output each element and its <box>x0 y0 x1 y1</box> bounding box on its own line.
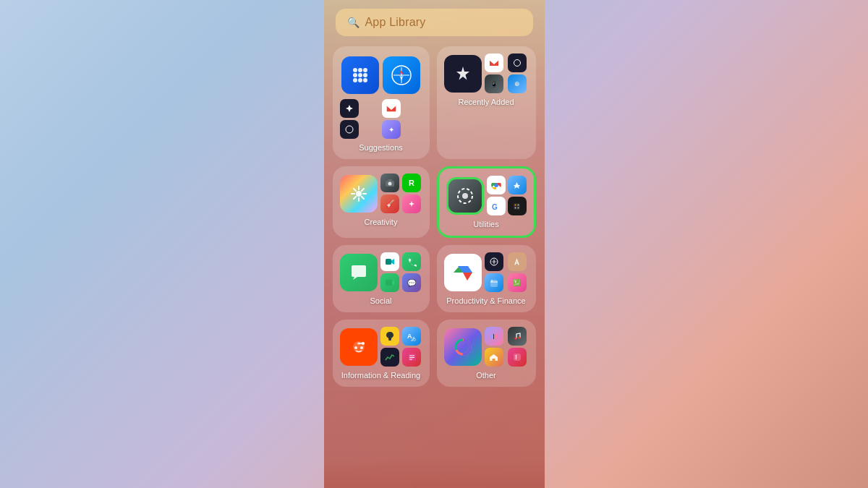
app-launchpad[interactable] <box>341 56 379 94</box>
svg-rect-38 <box>386 259 391 265</box>
svg-point-36 <box>515 207 516 208</box>
category-other[interactable]: ! Other <box>437 320 536 387</box>
svg-point-14 <box>346 126 353 133</box>
svg-text:!: ! <box>515 354 517 361</box>
app-anthropic[interactable] <box>508 252 527 271</box>
bottom-fade <box>324 459 545 488</box>
svg-point-37 <box>518 207 519 208</box>
app-openai[interactable] <box>485 252 503 271</box>
app-ai-pink[interactable] <box>402 194 421 213</box>
app-bulb[interactable] <box>380 327 399 346</box>
svg-point-8 <box>363 78 367 82</box>
app-guitar[interactable]: 🎸 <box>380 194 399 213</box>
svg-point-44 <box>360 346 363 349</box>
app-extra[interactable]: ✦ <box>382 120 401 139</box>
category-recently-added[interactable]: 📱 ⊕ Recently Added <box>437 46 536 159</box>
suggestions-label: Suggestions <box>340 143 422 152</box>
recently-added-label: Recently Added <box>444 98 529 106</box>
suggestions-apps <box>340 53 422 97</box>
app-meet[interactable] <box>380 252 399 271</box>
app-phone[interactable] <box>402 252 421 271</box>
svg-point-60 <box>518 337 520 339</box>
utilities-label: Utilities <box>446 220 527 228</box>
app-calculator[interactable] <box>508 197 527 215</box>
app-ai-large[interactable] <box>444 55 482 93</box>
phone-screen: 🔍 App Library <box>324 0 545 488</box>
category-utilities[interactable]: G Utilities <box>437 166 536 238</box>
app-safari[interactable] <box>383 56 420 94</box>
category-suggestions[interactable]: ✦ Suggestions <box>333 46 430 159</box>
app-camera[interactable] <box>380 174 399 192</box>
svg-point-35 <box>518 204 519 205</box>
information-apps: A あ <box>340 327 422 367</box>
svg-point-43 <box>354 346 357 349</box>
app-gpt[interactable] <box>340 120 359 139</box>
svg-point-47 <box>357 342 360 344</box>
other-apps: ! <box>444 327 529 367</box>
svg-point-7 <box>358 78 362 82</box>
app-gdrive[interactable] <box>444 254 482 291</box>
svg-rect-48 <box>388 339 391 341</box>
svg-point-6 <box>353 78 357 82</box>
app-home[interactable] <box>485 348 503 367</box>
categories-grid: ✦ Suggestions <box>324 42 545 391</box>
search-bar-container: 🔍 App Library <box>324 0 545 42</box>
app-settings[interactable] <box>446 177 484 215</box>
app-appstore[interactable] <box>508 176 527 194</box>
app-notif[interactable]: ! <box>508 348 527 367</box>
creativity-label: Creativity <box>340 218 422 226</box>
app-rec4[interactable]: ⊕ <box>508 74 527 93</box>
category-creativity[interactable]: R 🎸 Creativity <box>333 166 430 238</box>
app-gmail-r[interactable] <box>485 53 503 72</box>
app-messages[interactable] <box>340 254 378 291</box>
svg-line-24 <box>354 197 356 199</box>
app-butterfly[interactable] <box>485 327 503 346</box>
svg-point-0 <box>353 68 357 72</box>
app-ai[interactable] <box>340 99 359 118</box>
app-gmail[interactable] <box>382 99 401 118</box>
utilities-apps: G <box>446 176 527 215</box>
category-productivity[interactable]: 💹 Productivity & Finance <box>437 245 536 312</box>
social-mini: 💬 <box>380 252 422 292</box>
utilities-mini: G <box>487 176 527 215</box>
app-robinhood[interactable]: R <box>402 174 421 192</box>
search-placeholder: App Library <box>365 16 426 29</box>
svg-rect-33 <box>514 203 520 210</box>
svg-text:G: G <box>492 203 498 211</box>
app-music[interactable] <box>508 327 527 346</box>
social-apps: 💬 <box>340 252 422 292</box>
svg-rect-27 <box>388 179 392 181</box>
app-translate[interactable]: A あ <box>402 327 421 346</box>
app-social4[interactable]: 💬 <box>402 273 421 292</box>
svg-point-1 <box>358 68 362 72</box>
app-reddit[interactable] <box>340 328 378 366</box>
app-news[interactable] <box>402 348 421 367</box>
svg-point-59 <box>514 338 516 340</box>
app-stocks[interactable] <box>380 348 399 367</box>
svg-point-2 <box>363 68 367 72</box>
productivity-label: Productivity & Finance <box>444 296 529 305</box>
information-label: Information & Reading <box>340 371 422 380</box>
app-prod4[interactable]: 💹 <box>508 273 527 292</box>
information-mini: A あ <box>380 327 422 367</box>
svg-point-3 <box>353 73 357 77</box>
suggestions-mini-apps: ✦ <box>340 99 422 139</box>
app-google[interactable]: G <box>487 197 506 215</box>
app-rec3[interactable]: 📱 <box>485 74 503 93</box>
app-fitness[interactable] <box>444 328 482 366</box>
search-bar[interactable]: 🔍 App Library <box>336 9 533 36</box>
svg-point-16 <box>356 191 362 197</box>
svg-point-15 <box>514 60 520 67</box>
app-chatgpt-r[interactable] <box>508 53 527 72</box>
category-social[interactable]: 💬 Social <box>333 245 430 312</box>
app-facetime[interactable] <box>380 273 399 292</box>
category-information[interactable]: A あ <box>333 320 430 387</box>
app-chrome[interactable] <box>487 176 506 194</box>
app-files[interactable] <box>485 273 503 292</box>
svg-point-4 <box>358 73 362 77</box>
recently-apps: 📱 ⊕ <box>444 53 529 93</box>
productivity-apps: 💹 <box>444 252 529 292</box>
svg-point-34 <box>515 204 516 205</box>
svg-line-23 <box>362 189 364 191</box>
app-photos[interactable] <box>340 175 378 213</box>
